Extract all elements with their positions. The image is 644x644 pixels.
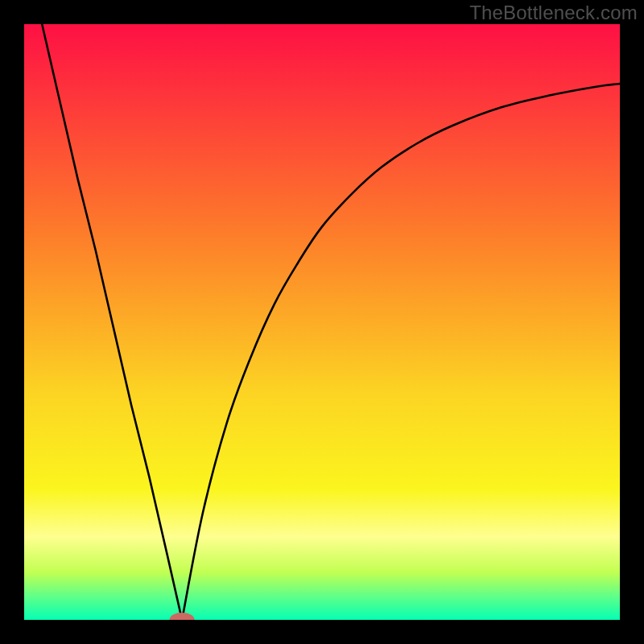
chart-frame: TheBottleneck.com	[0, 0, 644, 644]
gradient-background	[24, 24, 620, 620]
watermark-text: TheBottleneck.com	[469, 2, 638, 24]
bottleneck-plot	[24, 24, 620, 620]
